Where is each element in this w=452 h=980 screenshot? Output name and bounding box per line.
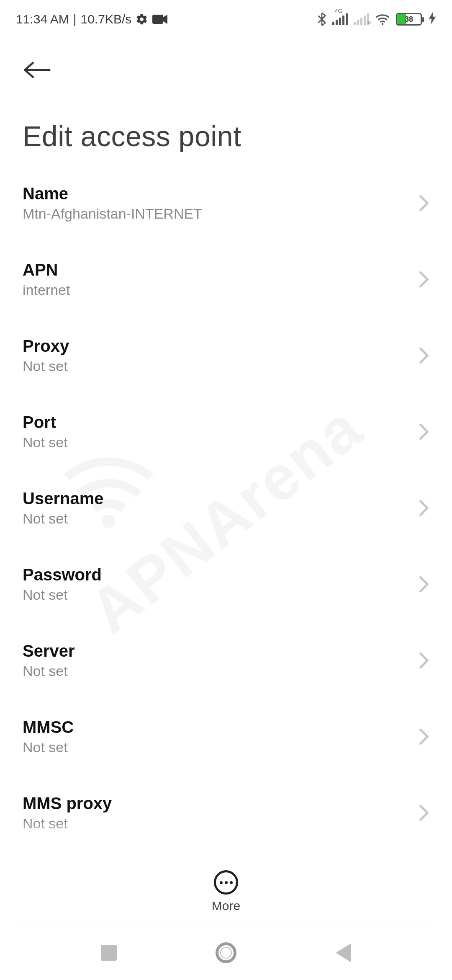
battery-icon: 38 [396,13,422,26]
setting-value: internet [23,282,70,298]
chevron-right-icon [419,805,429,821]
setting-label: Proxy [23,337,69,356]
settings-list: Name Mtn-Afghanistan-INTERNET APN intern… [0,165,452,851]
chevron-right-icon [419,347,429,364]
setting-value: Not set [23,587,102,603]
setting-password[interactable]: Password Not set [23,546,429,622]
signal-sim1-icon: 4G [332,13,348,25]
chevron-right-icon [419,652,429,669]
square-icon [101,945,117,961]
charging-icon [429,12,436,27]
status-net-speed: 10.7KB/s [81,12,132,26]
chevron-right-icon [419,271,429,288]
setting-port[interactable]: Port Not set [23,394,429,470]
setting-value: Not set [23,434,68,451]
triangle-left-icon [336,944,351,962]
network-type-label: 4G [335,8,343,14]
chevron-right-icon [419,195,429,211]
bluetooth-icon [317,12,326,26]
setting-server[interactable]: Server Not set [23,622,429,699]
setting-label: MMS proxy [23,794,112,813]
svg-point-1 [382,23,384,25]
setting-value: Not set [23,739,74,756]
setting-name[interactable]: Name Mtn-Afghanistan-INTERNET [23,165,429,241]
nav-back-button[interactable] [331,940,356,965]
more-label: More [212,899,240,913]
setting-mmsc[interactable]: MMSC Not set [23,699,429,775]
more-button[interactable] [214,870,238,895]
setting-username[interactable]: Username Not set [23,470,429,546]
chevron-right-icon [419,423,429,440]
camera-icon [152,14,167,25]
chevron-right-icon [419,500,429,516]
setting-label: Password [23,565,102,584]
nav-recents-button[interactable] [96,940,121,965]
setting-label: Username [23,489,103,508]
status-separator: | [73,12,77,26]
setting-label: Port [23,413,68,432]
setting-value: Not set [23,358,69,374]
setting-value: Mtn-Afghanistan-INTERNET [23,206,202,222]
setting-label: Server [23,642,75,660]
setting-label: APN [23,260,70,279]
battery-percent-label: 38 [397,15,421,24]
wifi-icon [375,13,390,26]
setting-apn[interactable]: APN internet [23,241,429,317]
setting-label: MMSC [23,718,74,737]
status-bar: 11:34 AM | 10.7KB/s 4G ✕ [0,0,452,32]
setting-label: Name [23,184,202,203]
status-time: 11:34 AM [16,12,69,26]
setting-proxy[interactable]: Proxy Not set [23,317,429,394]
bottom-divider [15,921,437,921]
chevron-right-icon [419,728,429,745]
setting-value: Not set [23,815,112,832]
more-dots-icon [220,881,233,884]
system-nav-bar [0,926,452,980]
setting-mms-proxy[interactable]: MMS proxy Not set [23,775,429,851]
nav-home-button[interactable] [213,940,239,965]
back-button[interactable] [23,55,52,85]
signal-sim2-icon: ✕ [354,13,369,25]
bottom-action-bar: More [0,870,452,913]
circle-icon [216,942,236,963]
setting-value: Not set [23,663,75,679]
page-title: Edit access point [0,85,452,165]
svg-rect-0 [152,15,163,24]
settings-gear-icon [136,13,148,26]
app-bar [0,32,452,85]
chevron-right-icon [419,576,429,593]
setting-value: Not set [23,511,103,527]
